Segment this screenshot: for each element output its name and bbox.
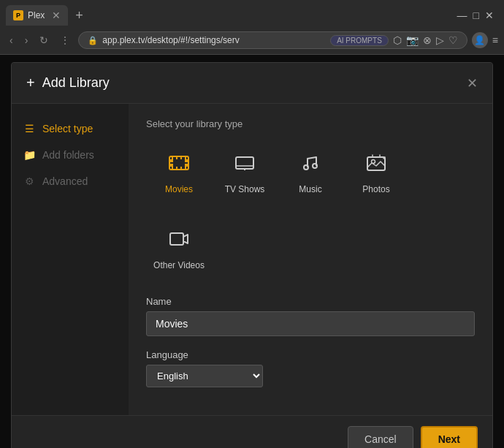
advanced-icon: ⚙ (23, 175, 35, 187)
sidebar-item-select-type[interactable]: ☰ Select type (12, 115, 129, 142)
svg-rect-12 (185, 167, 186, 170)
block-icon[interactable]: ⊗ (423, 34, 432, 46)
sidebar-item-advanced[interactable]: ⚙ Advanced (12, 168, 129, 194)
profile-button[interactable]: 👤 (472, 32, 488, 48)
svg-rect-13 (236, 157, 253, 169)
music-label: Music (299, 184, 321, 196)
music-icon (299, 151, 322, 180)
movies-icon (167, 151, 191, 180)
svg-point-17 (304, 165, 308, 170)
name-input[interactable] (146, 311, 475, 336)
library-type-photos[interactable]: Photos (343, 144, 409, 202)
active-tab[interactable]: P Plex ✕ (6, 5, 68, 26)
menu-icon[interactable]: ≡ (492, 34, 498, 46)
tv-shows-label: TV Shows (225, 184, 265, 196)
advanced-label: Advanced (42, 175, 88, 187)
ai-prompts-badge[interactable]: AI PROMPTS (330, 35, 389, 46)
add-folders-icon: 📁 (23, 149, 35, 161)
minimize-button[interactable]: — (457, 10, 467, 21)
library-type-movies[interactable]: Movies (146, 144, 212, 202)
main-content: + Add Library ✕ ☰ Select type 📁 Add fold… (0, 55, 504, 448)
forward-button[interactable]: › (21, 31, 32, 49)
svg-rect-5 (172, 156, 173, 159)
modal-main: Select your library type (129, 104, 492, 415)
svg-rect-4 (185, 164, 188, 167)
lock-icon: 🔒 (88, 36, 98, 45)
photos-icon (364, 151, 388, 180)
modal-body: ☰ Select type 📁 Add folders ⚙ Advanced S… (12, 104, 492, 415)
name-field-group: Name (146, 296, 475, 336)
sidebar-item-add-folders[interactable]: 📁 Add folders (12, 142, 129, 168)
svg-rect-6 (176, 156, 177, 159)
svg-rect-3 (185, 159, 188, 162)
nav-bar: ‹ › ↻ ⋮ 🔒 app.plex.tv/desktop/#!/setting… (0, 26, 504, 54)
select-type-icon: ☰ (23, 123, 35, 134)
svg-rect-2 (169, 164, 173, 167)
library-type-other-videos[interactable]: Other Videos (146, 220, 212, 278)
modal-overlay: + Add Library ✕ ☰ Select type 📁 Add fold… (0, 55, 504, 448)
browser-chrome: P Plex ✕ + — □ ✕ ‹ › ↻ ⋮ 🔒 app.plex.tv/d… (0, 0, 504, 55)
modal-header: + Add Library ✕ (12, 63, 492, 104)
screenshot-icon[interactable]: ⬡ (393, 34, 402, 46)
tab-bar: P Plex ✕ + — □ ✕ (0, 0, 504, 26)
name-label: Name (146, 296, 475, 307)
next-button[interactable]: Next (421, 426, 478, 448)
library-type-music[interactable]: Music (278, 144, 343, 202)
modal-sidebar: ☰ Select type 📁 Add folders ⚙ Advanced (12, 104, 129, 415)
play-icon[interactable]: ▷ (436, 34, 444, 46)
movies-label: Movies (165, 184, 193, 196)
title-plus-icon: + (26, 75, 35, 91)
cancel-button[interactable]: Cancel (348, 426, 413, 448)
library-type-tv-shows[interactable]: TV Shows (212, 144, 278, 202)
heart-icon[interactable]: ♡ (448, 34, 458, 46)
close-window-button[interactable]: ✕ (485, 10, 494, 21)
tab-close-button[interactable]: ✕ (52, 10, 61, 21)
address-bar[interactable]: 🔒 app.plex.tv/desktop/#!/settings/serv A… (78, 31, 467, 49)
reload-button[interactable]: ↻ (36, 31, 52, 49)
modal-close-button[interactable]: ✕ (467, 75, 478, 91)
tab-favicon: P (13, 10, 23, 20)
modal-title: + Add Library (26, 75, 110, 91)
modal-title-text: Add Library (42, 75, 110, 91)
select-type-label: Select type (42, 123, 93, 134)
other-videos-icon (167, 227, 191, 256)
add-library-modal: + Add Library ✕ ☰ Select type 📁 Add fold… (11, 62, 493, 448)
svg-rect-7 (180, 156, 182, 159)
svg-rect-9 (172, 167, 173, 170)
url-text: app.plex.tv/desktop/#!/settings/serv (102, 35, 326, 45)
svg-rect-10 (176, 167, 177, 170)
svg-rect-8 (185, 156, 186, 159)
language-label: Language (146, 349, 475, 360)
maximize-button[interactable]: □ (473, 10, 479, 21)
library-types-grid: Movies (146, 144, 475, 202)
camera-icon[interactable]: 📷 (406, 34, 419, 46)
new-tab-button[interactable]: + (71, 8, 88, 23)
svg-rect-21 (170, 233, 183, 245)
modal-footer: Cancel Next (12, 415, 492, 448)
section-title: Select your library type (146, 118, 475, 129)
svg-point-18 (313, 164, 317, 168)
language-field-group: Language English French German Spanish I… (146, 349, 475, 387)
photos-label: Photos (362, 184, 389, 196)
window-controls: — □ ✕ (457, 10, 498, 21)
svg-rect-1 (169, 159, 173, 162)
tab-title: Plex (28, 10, 45, 20)
back-button[interactable]: ‹ (6, 31, 17, 49)
svg-rect-11 (180, 167, 182, 170)
language-select[interactable]: English French German Spanish Italian Ja… (146, 365, 263, 387)
library-types-row2: Other Videos (146, 220, 475, 278)
other-videos-label: Other Videos (153, 260, 205, 272)
tv-shows-icon (233, 151, 256, 180)
grid-button[interactable]: ⋮ (56, 31, 74, 49)
add-folders-label: Add folders (42, 149, 94, 161)
